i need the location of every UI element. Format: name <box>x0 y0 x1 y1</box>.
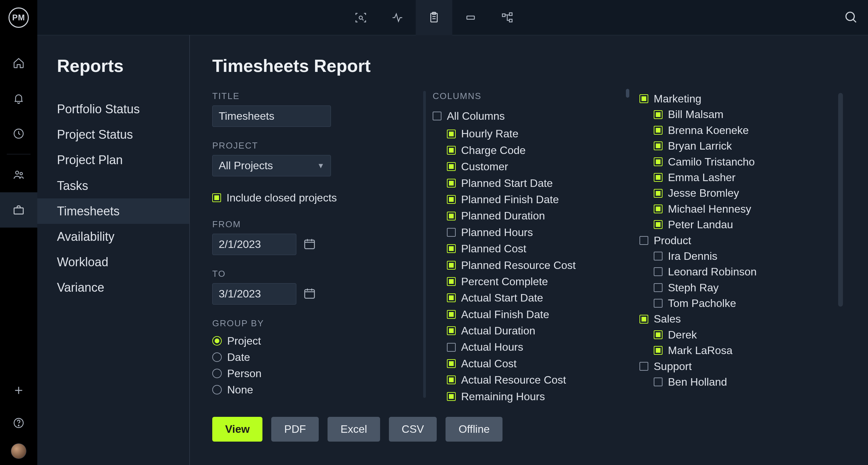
groupby-label: GROUP BY <box>212 318 416 329</box>
member-checkbox[interactable]: Ben Holland <box>654 374 829 390</box>
checkbox-icon <box>447 293 456 302</box>
column-checkbox[interactable]: Remaining Hours <box>447 389 623 404</box>
column-checkbox[interactable]: Charge Code <box>447 142 623 158</box>
view-button[interactable]: View <box>212 417 262 442</box>
column-checkbox[interactable]: Hourly Rate <box>447 126 623 141</box>
columns-label: COLUMNS <box>433 91 623 101</box>
column-checkbox[interactable]: Percent Complete <box>447 274 623 289</box>
member-checkbox[interactable]: Michael Hennesy <box>654 201 829 217</box>
checkbox-icon <box>654 205 663 213</box>
member-checkbox[interactable]: Emma Lasher <box>654 170 829 185</box>
groupby-radio[interactable]: Person <box>212 365 416 382</box>
sidebar-item[interactable]: Availability <box>57 224 189 249</box>
clock-icon[interactable] <box>0 116 37 151</box>
checkbox-icon <box>639 362 648 371</box>
svg-rect-7 <box>509 13 512 15</box>
calendar-icon[interactable] <box>303 237 316 252</box>
column-checkbox[interactable]: Actual Finish Date <box>447 307 623 322</box>
column-label: Planned Start Date <box>461 175 553 191</box>
column-checkbox[interactable]: Customer <box>447 159 623 174</box>
member-checkbox[interactable]: Mark LaRosa <box>654 343 829 358</box>
member-label: Tom Pacholke <box>668 295 736 311</box>
briefcase-icon[interactable] <box>0 192 37 228</box>
member-checkbox[interactable]: Peter Landau <box>654 217 829 232</box>
member-checkbox[interactable]: Bryan Larrick <box>654 138 829 154</box>
card-icon[interactable] <box>452 0 489 35</box>
checkbox-icon <box>654 330 663 339</box>
calendar-icon[interactable] <box>303 287 316 301</box>
project-select[interactable]: All Projects ▼ <box>212 155 331 176</box>
svg-rect-23 <box>305 290 315 298</box>
member-label: Camilo Tristancho <box>668 154 755 170</box>
avatar[interactable] <box>11 443 26 459</box>
member-label: Bryan Larrick <box>668 138 732 154</box>
sidebar-item[interactable]: Variance <box>57 275 189 300</box>
column-checkbox[interactable]: Planned Duration <box>447 208 623 224</box>
column-checkbox[interactable]: Actual Hours <box>447 339 623 355</box>
column-checkbox[interactable]: Planned Start Date <box>447 175 623 191</box>
column-checkbox[interactable]: Actual Cost <box>447 356 623 371</box>
column-checkbox[interactable]: Actual Start Date <box>447 290 623 306</box>
team-checkbox[interactable]: Marketing <box>639 91 829 106</box>
team-checkbox[interactable]: Support <box>639 359 829 374</box>
member-checkbox[interactable]: Tom Pacholke <box>654 295 829 311</box>
member-checkbox[interactable]: Derek <box>654 327 829 343</box>
checkbox-icon <box>654 252 663 260</box>
groupby-radio[interactable]: Date <box>212 349 416 365</box>
member-checkbox[interactable]: Ira Dennis <box>654 248 829 264</box>
checkbox-icon <box>654 299 663 308</box>
add-icon[interactable] <box>0 374 37 407</box>
checkbox-icon <box>639 315 648 324</box>
clipboard-icon[interactable] <box>416 0 452 35</box>
column-checkbox[interactable]: Planned Resource Cost <box>447 257 623 273</box>
groupby-radio[interactable]: Project <box>212 333 416 349</box>
activity-icon[interactable] <box>379 0 416 35</box>
member-checkbox[interactable]: Leonard Robinson <box>654 264 829 279</box>
sidebar-item[interactable]: Portfolio Status <box>57 96 189 122</box>
member-checkbox[interactable]: Brenna Koeneke <box>654 122 829 138</box>
title-input[interactable] <box>212 105 331 127</box>
to-date-input[interactable] <box>212 283 296 305</box>
home-icon[interactable] <box>0 45 37 81</box>
column-checkbox[interactable]: Planned Cost <box>447 241 623 256</box>
logo-text: PM <box>12 13 25 22</box>
sidebar-item[interactable]: Project Status <box>57 122 189 147</box>
team-checkbox[interactable]: Sales <box>639 311 829 327</box>
include-closed-checkbox[interactable]: Include closed projects <box>212 190 416 206</box>
columns-panel: COLUMNS All Columns Hourly RateCharge Co… <box>433 91 623 442</box>
team-icon[interactable] <box>0 157 37 192</box>
csv-button[interactable]: CSV <box>389 417 437 442</box>
column-checkbox[interactable]: Planned Finish Date <box>447 192 623 207</box>
help-icon[interactable] <box>0 407 37 439</box>
column-checkbox[interactable]: Planned Hours <box>447 225 623 240</box>
checkbox-icon <box>654 220 663 229</box>
member-checkbox[interactable]: Camilo Tristancho <box>654 154 829 170</box>
sidebar-item[interactable]: Project Plan <box>57 147 189 173</box>
team-checkbox[interactable]: Product <box>639 233 829 248</box>
member-label: Leonard Robinson <box>668 264 757 279</box>
sidebar-item[interactable]: Timesheets <box>37 198 189 224</box>
bell-icon[interactable] <box>0 81 37 116</box>
scan-icon[interactable] <box>342 0 379 35</box>
flow-icon[interactable] <box>489 0 526 35</box>
checkbox-icon <box>654 189 663 198</box>
scrollbar[interactable] <box>626 89 629 98</box>
member-checkbox[interactable]: Bill Malsam <box>654 106 829 122</box>
sidebar-item[interactable]: Workload <box>57 249 189 275</box>
scrollbar[interactable] <box>838 93 843 307</box>
sidebar-item[interactable]: Tasks <box>57 173 189 198</box>
search-icon[interactable] <box>844 10 858 25</box>
member-checkbox[interactable]: Steph Ray <box>654 280 829 295</box>
member-label: Ira Dennis <box>668 248 717 264</box>
pdf-button[interactable]: PDF <box>271 417 319 442</box>
excel-button[interactable]: Excel <box>328 417 380 442</box>
column-checkbox[interactable]: Actual Resource Cost <box>447 372 623 388</box>
logo[interactable]: PM <box>0 0 37 35</box>
member-checkbox[interactable]: Jesse Bromley <box>654 185 829 201</box>
all-columns-checkbox[interactable]: All Columns <box>433 108 623 124</box>
groupby-radio[interactable]: None <box>212 382 416 398</box>
column-checkbox[interactable]: Actual Duration <box>447 323 623 338</box>
from-date-input[interactable] <box>212 234 296 255</box>
checkbox-icon <box>447 244 456 253</box>
column-label: Remaining Hours <box>461 389 545 404</box>
